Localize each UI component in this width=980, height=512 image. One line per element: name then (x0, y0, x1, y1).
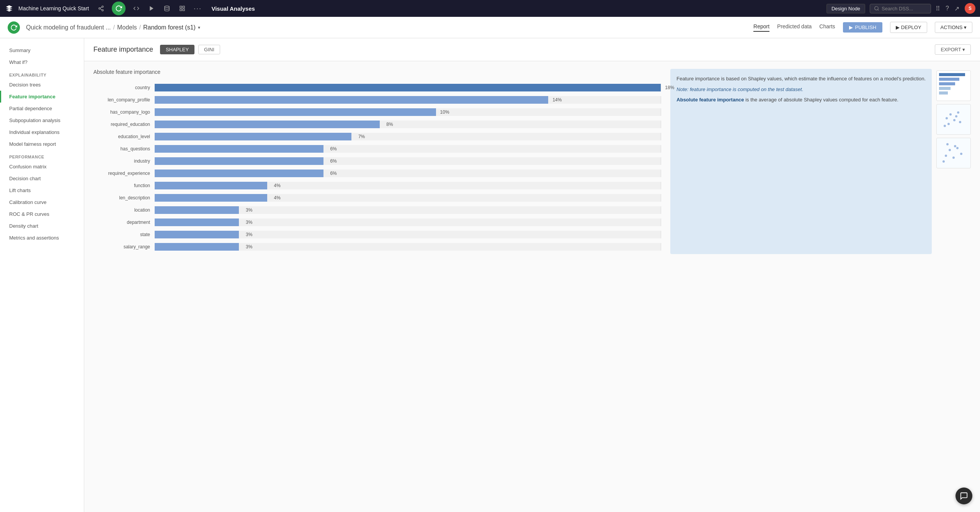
trend-icon[interactable]: ↗ (954, 5, 959, 12)
design-node-button[interactable]: Design Node (826, 4, 865, 13)
svg-point-0 (102, 6, 103, 7)
bar-label: location (93, 207, 155, 213)
bar-fill: 4% (155, 194, 267, 202)
svg-point-21 (945, 155, 947, 157)
bar-value: 3% (246, 207, 252, 213)
bar-row: required_education8% (93, 119, 661, 129)
sidebar-item-lift-charts[interactable]: Lift charts (0, 184, 84, 196)
svg-rect-7 (180, 6, 182, 8)
sidebar-item-decision-trees[interactable]: Decision trees (0, 79, 84, 91)
sidebar-item-summary[interactable]: Summary (0, 44, 84, 56)
bar-value: 3% (246, 244, 252, 249)
svg-point-1 (99, 8, 100, 9)
gini-button[interactable]: GINI (198, 45, 220, 54)
sidebar-item-calibration-curve[interactable]: Calibration curve (0, 196, 84, 208)
bar-row: has_company_logo10% (93, 107, 661, 117)
sidebar-item-partial-dependence[interactable]: Partial dependence (0, 103, 84, 114)
bar-value: 6% (330, 146, 336, 152)
svg-point-26 (960, 153, 962, 155)
bar-track: 3% (155, 243, 661, 251)
actions-button[interactable]: ACTIONS ▾ (935, 22, 972, 33)
sidebar-item-subpopulation-analysis[interactable]: Subpopulation analysis (0, 114, 84, 126)
svg-point-14 (949, 113, 952, 116)
bar-track: 18% (155, 84, 661, 91)
bar-row: state3% (93, 230, 661, 240)
sidebar-item-roc-pr-curves[interactable]: ROC & PR curves (0, 208, 84, 220)
shapley-button[interactable]: SHAPLEY (160, 45, 194, 54)
bar-value: 7% (358, 134, 365, 139)
breadcrumb-part1[interactable]: Quick modeling of fraudulent ... (26, 24, 111, 31)
grid-icon[interactable] (178, 4, 187, 13)
sidebar-item-model-fairness[interactable]: Model fairness report (0, 138, 84, 150)
bar-row: location3% (93, 205, 661, 215)
tab-predicted-data[interactable]: Predicted data (777, 23, 812, 32)
bar-track: 4% (155, 194, 661, 202)
sidebar-item-confusion-matrix[interactable]: Confusion matrix (0, 161, 84, 173)
chat-button[interactable] (956, 488, 972, 504)
search-box[interactable]: Search DSS... (870, 4, 931, 13)
tab-report[interactable]: Report (753, 23, 769, 32)
thumbnail-panel (936, 69, 971, 254)
bar-track: 10% (155, 108, 661, 116)
search-placeholder: Search DSS... (882, 6, 913, 11)
section-title: Visual Analyses (211, 5, 255, 12)
svg-point-27 (942, 160, 945, 163)
sidebar-item-density-chart[interactable]: Density chart (0, 220, 84, 232)
help-icon[interactable]: ? (946, 5, 949, 12)
bar-value: 3% (246, 232, 252, 237)
bar-fill: 8% (155, 121, 380, 128)
refresh-icon[interactable] (112, 2, 126, 15)
bar-value: 4% (274, 183, 281, 188)
sidebar-item-individual-explanations[interactable]: Individual explanations (0, 126, 84, 138)
share-icon[interactable] (96, 4, 106, 13)
breadcrumb: Quick modeling of fraudulent ... / Model… (26, 24, 200, 31)
bar-row: has_questions6% (93, 144, 661, 154)
thumb-bar-chart[interactable] (936, 70, 971, 101)
svg-line-4 (100, 7, 102, 8)
tab-charts[interactable]: Charts (819, 23, 835, 32)
bar-value: 8% (386, 122, 393, 127)
breadcrumb-dropdown-icon[interactable]: ▾ (198, 25, 200, 30)
breadcrumb-part2[interactable]: Models (117, 24, 137, 31)
sidebar-item-decision-chart[interactable]: Decision chart (0, 173, 84, 184)
bar-value: 18% (665, 85, 674, 90)
avatar[interactable]: S (965, 3, 975, 14)
svg-point-20 (955, 115, 957, 117)
export-button[interactable]: EXPORT ▾ (935, 44, 971, 55)
bar-label: country (93, 85, 155, 90)
play-icon[interactable] (147, 4, 156, 13)
more-icon[interactable]: ··· (193, 4, 202, 13)
svg-point-19 (944, 125, 946, 127)
second-navigation: Quick modeling of fraudulent ... / Model… (0, 17, 980, 38)
sidebar-item-feature-importance[interactable]: Feature importance 1 (0, 91, 84, 103)
publish-label: PUBLISH (855, 24, 877, 30)
info-line3: Absolute feature importance is the avera… (676, 96, 926, 104)
svg-rect-9 (183, 9, 185, 11)
svg-line-12 (878, 10, 879, 11)
bar-row: department3% (93, 217, 661, 227)
bar-row: industry6% (93, 156, 661, 166)
publish-button[interactable]: ▶ PUBLISH (843, 22, 883, 33)
bar-row: salary_range3% (93, 242, 661, 252)
thumb-scatter-2[interactable] (936, 138, 971, 168)
apps-icon[interactable]: ⠿ (936, 5, 940, 12)
sidebar-item-what-if[interactable]: What if? (0, 56, 84, 68)
bar-value: 10% (440, 109, 449, 115)
deploy-button[interactable]: ▶ DEPLOY (890, 22, 927, 33)
chart-area: Absolute feature importance country18%le… (84, 61, 980, 262)
bar-track: 6% (155, 157, 661, 165)
bar-fill: 7% (155, 133, 351, 140)
thumb-scatter-1[interactable] (936, 104, 971, 135)
bar-track: 4% (155, 182, 661, 189)
breadcrumb-part3[interactable]: Random forest (s1) (143, 24, 196, 31)
bar-label: len_description (93, 195, 155, 201)
svg-point-22 (949, 149, 951, 151)
bar-fill: 6% (155, 145, 323, 153)
bar-value: 6% (330, 158, 336, 164)
bar-track: 14% (155, 96, 661, 104)
bar-track: 3% (155, 231, 661, 238)
code-icon[interactable] (132, 4, 141, 13)
sidebar-item-metrics-assertions[interactable]: Metrics and assertions (0, 232, 84, 244)
database-icon[interactable] (162, 4, 172, 13)
bar-fill: 18% (155, 84, 661, 91)
